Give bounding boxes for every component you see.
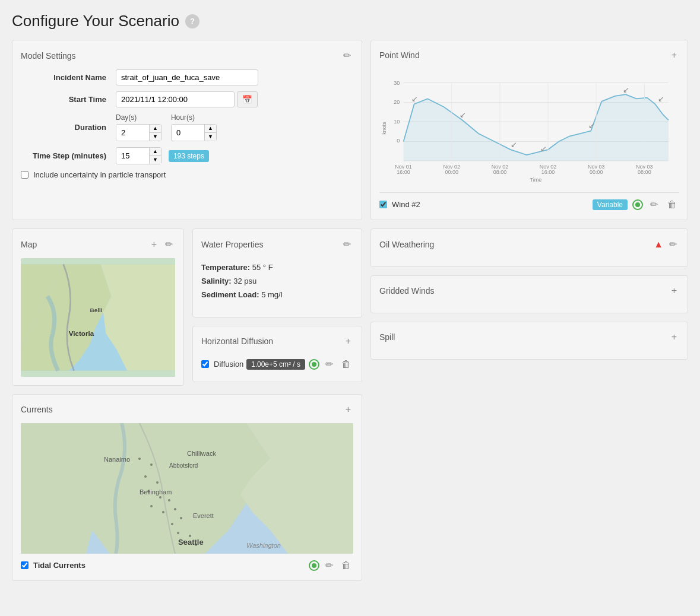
bottom-right-spacer (370, 394, 688, 581)
svg-text:↙: ↙ (658, 95, 664, 103)
point-wind-title: Point Wind (379, 50, 420, 60)
time-step-spinner-btns: ▲ ▼ (149, 148, 161, 164)
svg-text:Nanaimo: Nanaimo (104, 456, 130, 463)
start-time-input[interactable] (116, 91, 235, 107)
days-spinner-btns: ▲ ▼ (149, 125, 161, 141)
svg-text:10: 10 (394, 119, 400, 125)
time-step-increment[interactable]: ▲ (150, 148, 161, 156)
oil-weathering-edit-button[interactable]: ✏ (667, 237, 679, 251)
svg-text:Chilliwack: Chilliwack (187, 450, 216, 457)
wind-legend-right: Variable ✏ 🗑 (593, 198, 679, 211)
diffusion-delete-button[interactable]: 🗑 (339, 358, 353, 371)
horiz-diff-add-button[interactable]: + (343, 335, 353, 348)
wind-legend-checkbox[interactable] (379, 201, 387, 208)
map-add-button[interactable]: + (149, 237, 159, 251)
steps-badge: 193 steps (169, 150, 209, 162)
currents-map[interactable]: Nanaimo Chilliwack Abbotsford Bellingham… (21, 423, 353, 554)
wind-status-dot-inner (635, 202, 640, 207)
diffusion-edit-button[interactable]: ✏ (323, 357, 335, 371)
time-step-decrement[interactable]: ▼ (150, 156, 161, 164)
start-time-input-group: 📅 (116, 91, 258, 107)
currents-checkbox[interactable] (21, 561, 28, 569)
map-panel: Map + ✏ (12, 228, 184, 386)
days-decrement[interactable]: ▼ (150, 133, 161, 141)
spill-header: Spill + (379, 331, 679, 344)
map-header: Map + ✏ (21, 237, 175, 251)
svg-text:knots: knots (381, 122, 387, 135)
currents-edit-button[interactable]: ✏ (323, 558, 335, 572)
hours-input[interactable] (172, 125, 204, 140)
map-title: Map (21, 240, 37, 249)
start-time-row: Start Time 📅 (21, 91, 353, 107)
svg-text:↙: ↙ (540, 145, 547, 153)
diffusion-status-dot (309, 359, 319, 370)
time-step-input[interactable] (116, 148, 149, 163)
svg-point-54 (168, 499, 170, 501)
wind-delete-button[interactable]: 🗑 (665, 198, 679, 211)
svg-point-46 (138, 458, 141, 460)
temperature-row: Temperature: 55 ° F (201, 263, 353, 272)
map-edit-button[interactable]: ✏ (163, 237, 175, 251)
svg-marker-10 (404, 94, 669, 161)
point-wind-add-button[interactable]: + (669, 49, 679, 62)
svg-point-53 (162, 511, 164, 513)
oil-weathering-title: Oil Weathering (379, 240, 434, 249)
uncertainty-checkbox[interactable] (21, 171, 28, 179)
middle-left: Map + ✏ (12, 228, 362, 386)
hours-increment[interactable]: ▲ (205, 125, 216, 133)
model-settings-panel: Model Settings ✏ Incident Name Start Tim… (12, 40, 362, 220)
diffusion-value: 1.00e+5 cm² / s (246, 359, 305, 370)
currents-status-dot-inner (312, 563, 316, 568)
model-settings-header: Model Settings ✏ (21, 49, 353, 62)
gridded-winds-add-button[interactable]: + (669, 284, 679, 297)
gridded-winds-title: Gridded Winds (379, 286, 435, 296)
map-container[interactable]: Belli Victoria (21, 258, 175, 377)
currents-header: Currents + (21, 403, 353, 416)
svg-text:00:00: 00:00 (445, 169, 458, 175)
days-input[interactable] (116, 125, 149, 140)
currents-add-button[interactable]: + (343, 403, 353, 416)
svg-text:Victoria: Victoria (69, 329, 94, 337)
svg-text:Seattle: Seattle (178, 538, 204, 547)
calendar-button[interactable]: 📅 (237, 91, 258, 107)
incident-name-row: Incident Name (21, 69, 353, 85)
svg-point-56 (180, 517, 182, 519)
incident-name-input[interactable] (116, 69, 258, 85)
days-label: Day(s) (116, 113, 161, 122)
water-properties-panel: Water Properties ✏ Temperature: 55 ° F S… (192, 228, 362, 317)
wind-edit-button[interactable]: ✏ (648, 198, 660, 211)
svg-text:↙: ↙ (411, 95, 418, 103)
days-increment[interactable]: ▲ (150, 125, 161, 133)
svg-text:08:00: 08:00 (638, 169, 651, 175)
middle-right: Oil Weathering ▲ ✏ Gridded Winds + Spill… (370, 228, 688, 386)
spill-add-button[interactable]: + (669, 331, 679, 344)
help-icon[interactable]: ? (185, 14, 199, 28)
svg-point-58 (177, 532, 179, 534)
oil-weathering-panel: Oil Weathering ▲ ✏ (370, 228, 688, 267)
diffusion-checkbox[interactable] (201, 360, 209, 368)
water-props-title: Water Properties (201, 240, 264, 249)
model-settings-edit-button[interactable]: ✏ (341, 49, 353, 62)
diffusion-right: 1.00e+5 cm² / s ✏ 🗑 (246, 357, 353, 371)
hours-decrement[interactable]: ▼ (205, 133, 216, 141)
days-spinner: ▲ ▼ (116, 124, 161, 141)
temperature-value: 55 ° F (252, 263, 273, 272)
svg-text:Time: Time (530, 177, 541, 183)
svg-point-55 (174, 508, 176, 510)
salinity-value: 32 psu (233, 277, 256, 285)
oil-weathering-warning-icon: ▲ (654, 239, 663, 250)
sediment-row: Sediment Load: 5 mg/l (201, 290, 353, 299)
currents-delete-button[interactable]: 🗑 (339, 559, 353, 572)
incident-name-label: Incident Name (21, 73, 116, 82)
map-svg: Belli Victoria (21, 258, 175, 377)
svg-text:Abbotsford: Abbotsford (169, 462, 198, 469)
currents-legend: Tidal Currents ✏ 🗑 (21, 558, 353, 572)
currents-title: Currents (21, 405, 53, 414)
hours-spinner-btns: ▲ ▼ (204, 125, 216, 141)
svg-text:↙: ↙ (460, 111, 466, 119)
page-title: Configure Your Scenario ? (12, 12, 688, 30)
water-props-edit-button[interactable]: ✏ (341, 237, 353, 251)
oil-weathering-actions: ▲ ✏ (654, 237, 679, 251)
hours-group: Hour(s) ▲ ▼ (171, 113, 217, 141)
wind-legend-left: Wind #2 (379, 200, 420, 209)
